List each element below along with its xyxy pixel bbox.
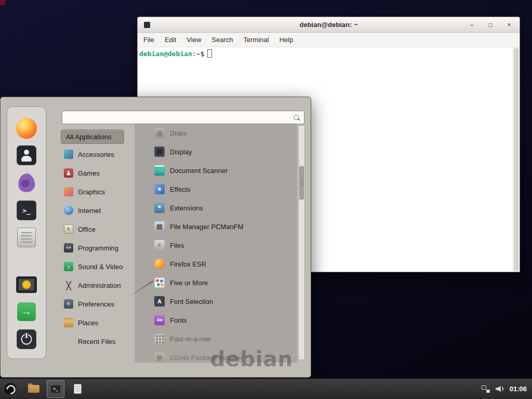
category-list: All Applications Accessories ♟Games Grap…	[61, 129, 130, 351]
accessories-icon	[64, 150, 73, 159]
category-label: All Applications	[66, 133, 111, 141]
four-in-a-row-icon	[154, 334, 165, 344]
wallpaper-watermark: debian	[210, 347, 293, 371]
favorites-panel	[7, 107, 46, 359]
folder-icon	[28, 385, 39, 393]
debian-swirl-icon	[4, 382, 17, 396]
preferences-icon: ≡	[64, 299, 73, 309]
shutdown-icon	[17, 329, 36, 349]
display-icon	[154, 147, 165, 157]
app-item-five-or-more[interactable]: Five or More	[138, 273, 297, 292]
volume-icon[interactable]	[496, 385, 504, 392]
logout-icon	[17, 302, 36, 321]
file-manager-icon	[17, 228, 36, 247]
network-icon[interactable]	[482, 385, 490, 393]
window-controls: – □ ×	[468, 17, 513, 33]
app-item-file-manager-pcmanfm[interactable]: ▤File Manager PCManFM	[138, 217, 297, 236]
menu-item-edit[interactable]: Edit	[165, 36, 176, 44]
document-scanner-icon	[154, 165, 165, 176]
app-item-document-scanner[interactable]: Document Scanner	[138, 161, 297, 180]
terminal-taskbar-button[interactable]	[47, 380, 64, 398]
app-item-fonts[interactable]: AaFonts	[138, 311, 297, 329]
firefox-icon	[154, 259, 165, 269]
app-item-font-selection[interactable]: AFont Selection	[138, 292, 297, 311]
lock-screen-icon	[16, 276, 37, 293]
app-item-disks[interactable]: ◎Disks	[138, 124, 297, 142]
category-programming[interactable]: <>Programming	[61, 238, 130, 257]
search-icon	[293, 114, 300, 122]
games-icon: ♟	[64, 168, 73, 178]
prompt-path: :~$	[192, 50, 204, 58]
category-all-applications[interactable]: All Applications	[61, 129, 124, 144]
search-input[interactable]	[62, 111, 304, 124]
programming-icon: <>	[64, 243, 73, 252]
pcmanfm-icon: ▤	[154, 221, 165, 232]
category-accessories[interactable]: Accessories	[61, 145, 130, 164]
app-item-display[interactable]: Display	[138, 142, 297, 161]
terminal-icon	[50, 385, 61, 393]
menu-button[interactable]	[0, 379, 21, 399]
clock[interactable]: 01:06	[510, 385, 527, 393]
files-launcher[interactable]	[69, 380, 86, 398]
prompt-line: debian@debian :~$	[139, 49, 212, 58]
search-box	[62, 111, 304, 124]
app-item-effects[interactable]: ★Effects	[138, 180, 297, 198]
taskbar: 01:06	[0, 378, 532, 399]
close-button[interactable]: ×	[505, 21, 513, 29]
office-icon: ≡	[64, 224, 73, 234]
graphics-icon	[64, 187, 73, 196]
terminal-menubar: File Edit View Search Terminal Help	[138, 33, 520, 47]
app-item-firefox-esr[interactable]: Firefox ESR	[138, 255, 297, 273]
favorite-firefox-button[interactable]	[15, 116, 38, 140]
terminal-titlebar[interactable]: debian@debian: ~ – □ ×	[138, 17, 520, 33]
favorite-pidgin-button[interactable]	[15, 171, 38, 195]
system-tray: 01:06	[482, 385, 532, 393]
document-icon	[74, 384, 82, 394]
administration-icon: ╳	[64, 281, 73, 290]
category-games[interactable]: ♟Games	[61, 164, 130, 182]
category-places[interactable]: Places	[61, 313, 130, 332]
effects-icon: ★	[154, 184, 165, 194]
prompt-user-host: debian@debian	[139, 50, 192, 58]
app-item-four-in-a-row[interactable]: Four-in-a-row	[138, 329, 297, 348]
app-item-files[interactable]: ≡Files	[138, 236, 297, 255]
apps-scrollbar[interactable]	[298, 125, 305, 360]
terminal-title: debian@debian: ~	[138, 21, 520, 29]
terminal-icon	[17, 201, 36, 220]
category-graphics[interactable]: Graphics	[61, 182, 130, 201]
menu-item-help[interactable]: Help	[280, 36, 294, 44]
category-office[interactable]: ≡Office	[61, 220, 130, 238]
files-icon: ≡	[154, 240, 165, 250]
category-recent-files[interactable]: Recent Files	[61, 332, 130, 351]
minimize-button[interactable]: –	[468, 21, 476, 29]
file-manager-launcher[interactable]	[25, 380, 43, 398]
favorite-contacts-button[interactable]	[15, 143, 38, 167]
favorite-terminal-button[interactable]	[15, 198, 38, 222]
five-or-more-icon	[154, 277, 165, 288]
logout-button[interactable]	[15, 300, 38, 324]
disks-icon: ◎	[154, 128, 165, 138]
contacts-icon	[17, 145, 36, 165]
app-item-extensions[interactable]: *Extensions	[138, 198, 297, 217]
apps-scrollbar-thumb[interactable]	[299, 166, 304, 200]
favorite-file-manager-button[interactable]	[15, 225, 38, 249]
terminal-scrollbar[interactable]	[513, 47, 520, 272]
pidgin-icon	[17, 172, 36, 193]
category-internet[interactable]: Internet	[61, 201, 130, 220]
category-sound-video[interactable]: ♪Sound & Video	[61, 257, 130, 276]
menu-item-file[interactable]: File	[143, 36, 154, 44]
desktop: debian@debian: ~ – □ × File Edit View Se…	[0, 0, 532, 399]
category-administration[interactable]: ╳Administration	[61, 276, 130, 295]
gdebi-icon: ▣	[154, 352, 165, 361]
application-list: ◎Disks Display Document Scanner ★Effects…	[138, 124, 297, 361]
category-preferences[interactable]: ≡Preferences	[61, 295, 130, 313]
terminal-scrollbar-thumb[interactable]	[514, 48, 518, 271]
lock-screen-button[interactable]	[15, 273, 38, 297]
menu-item-terminal[interactable]: Terminal	[244, 36, 269, 44]
terminal-cursor	[207, 49, 212, 58]
font-selection-icon: A	[154, 296, 165, 307]
shutdown-button[interactable]	[15, 327, 38, 351]
menu-item-view[interactable]: View	[187, 36, 201, 44]
menu-item-search[interactable]: Search	[211, 36, 233, 44]
maximize-button[interactable]: □	[486, 21, 495, 29]
